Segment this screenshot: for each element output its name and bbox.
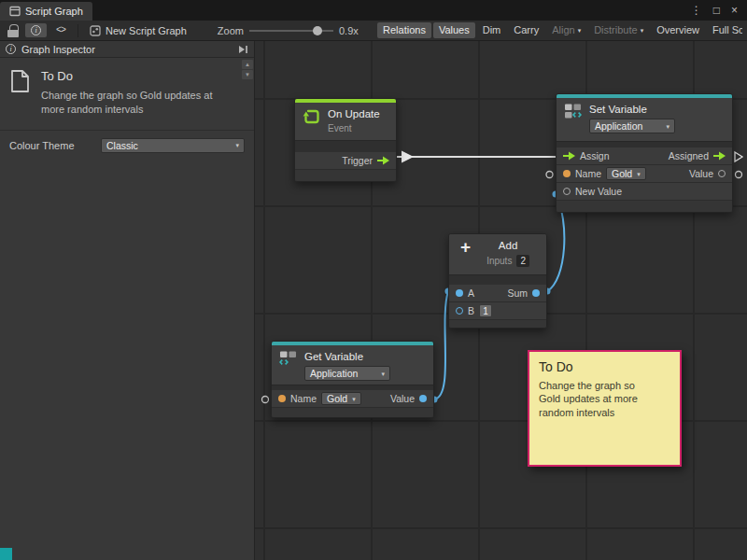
graph-canvas[interactable]: On Update Event Trigger <box>255 41 747 560</box>
scroll-up-icon[interactable]: ▲ <box>242 60 253 69</box>
colour-theme-dropdown[interactable]: Classic ▾ <box>101 138 245 153</box>
values-toggle[interactable]: Values <box>433 22 475 38</box>
b-port-dot[interactable] <box>456 307 463 315</box>
close-icon[interactable]: × <box>731 5 738 16</box>
assigned-port-label: Assigned <box>669 150 709 161</box>
variable-name-dropdown[interactable]: Gold ▾ <box>606 167 646 180</box>
tab-bar: Script Graph ⋮ □ × <box>0 0 747 21</box>
chevron-down-icon: ▾ <box>381 371 385 377</box>
node-footer <box>557 201 732 212</box>
dim-toggle[interactable]: Dim <box>477 22 507 38</box>
node-set-variable[interactable]: Set Variable Application ▾ Assign <box>556 93 733 213</box>
sum-port-dot[interactable] <box>532 289 540 297</box>
variable-scope-dropdown[interactable]: Application ▾ <box>304 366 390 381</box>
align-dropdown[interactable]: Align ▾ <box>546 22 586 38</box>
zoom-label: Zoom <box>218 25 244 36</box>
flow-arrow-icon <box>402 151 414 163</box>
node-footer <box>449 320 546 328</box>
zoom-slider[interactable] <box>249 30 333 32</box>
variable-name-dropdown[interactable]: Gold ▾ <box>321 392 361 405</box>
value-output-port[interactable] <box>736 172 742 178</box>
inspector-scrollbar: ▲ ▼ <box>242 60 253 79</box>
node-footer <box>295 170 396 181</box>
inspector-todo-body: Change the graph so Gold updates at more… <box>41 89 212 117</box>
maximize-icon[interactable]: □ <box>713 5 720 16</box>
tab-script-graph[interactable]: Script Graph <box>0 2 92 21</box>
sticky-note[interactable]: To Do Change the graph so Gold updates a… <box>528 350 682 467</box>
value-wire-getvalue-to-a[interactable] <box>434 291 448 399</box>
assigned-output-port[interactable] <box>735 152 742 161</box>
chevron-down-icon: ▾ <box>637 171 641 177</box>
info-icon: i <box>6 44 16 54</box>
port-row-assign: Assign Assigned <box>557 147 732 165</box>
value-port-dot[interactable] <box>419 395 427 402</box>
code-view-button[interactable]: <> <box>50 22 71 38</box>
inspector-header: i Graph Inspector <box>0 41 254 58</box>
graph-toolbar: i <> New Script Graph Zoom 0.9x Relation… <box>0 21 747 41</box>
align-label: Align <box>552 24 574 36</box>
chevron-down-icon: ▾ <box>352 396 356 402</box>
sum-port-label: Sum <box>507 287 528 299</box>
distribute-dropdown[interactable]: Distribute ▾ <box>588 22 649 38</box>
zoom-value: 0.9x <box>339 25 359 36</box>
corner-accent <box>0 548 12 560</box>
new-script-graph-label: New Script Graph <box>106 25 187 36</box>
relations-toggle[interactable]: Relations <box>377 22 431 38</box>
window-controls: ⋮ □ × <box>691 0 747 21</box>
string-port-dot[interactable] <box>278 395 286 402</box>
port-row-trigger: Trigger <box>295 152 396 170</box>
b-value-input[interactable]: 1 <box>479 304 492 317</box>
flow-in-icon[interactable] <box>563 151 575 161</box>
variable-name-value: Gold <box>327 393 347 404</box>
chevron-down-icon: ▾ <box>578 27 582 34</box>
node-subtitle: Event <box>328 123 380 134</box>
node-add[interactable]: + Add Inputs 2 A Sum <box>448 233 547 329</box>
port-row-name-value: Name Gold ▾ Value <box>272 390 433 408</box>
chevron-down-icon: ▾ <box>666 123 669 130</box>
node-title: Get Variable <box>304 350 390 363</box>
graph-asset-icon <box>90 25 101 36</box>
name-input-port[interactable] <box>546 172 553 178</box>
overview-button[interactable]: Overview <box>651 22 705 38</box>
distribute-label: Distribute <box>594 24 637 36</box>
inspector-todo-section: To Do Change the graph so Gold updates a… <box>0 58 254 131</box>
b-port-label: B <box>468 305 474 316</box>
flow-out-icon[interactable] <box>713 151 726 161</box>
flow-out-icon[interactable] <box>377 156 389 165</box>
note-icon <box>9 69 31 117</box>
a-port-dot[interactable] <box>456 289 463 297</box>
chevron-down-icon: ▾ <box>235 142 239 148</box>
scroll-down-icon[interactable]: ▼ <box>242 70 253 79</box>
inspector-title: Graph Inspector <box>21 44 95 55</box>
on-update-icon <box>303 107 321 126</box>
node-get-variable[interactable]: Get Variable Application ▾ Name Gold ▾ <box>271 341 434 418</box>
inspector-toggle-button[interactable]: i <box>25 23 47 37</box>
node-title: Set Variable <box>589 103 675 116</box>
lock-icon[interactable] <box>7 24 19 37</box>
zoom-group: Zoom 0.9x <box>218 25 359 36</box>
variable-name-value: Gold <box>612 168 632 179</box>
zoom-slider-handle[interactable] <box>313 26 322 35</box>
info-icon: i <box>31 25 41 35</box>
new-value-port-label: New Value <box>575 186 622 197</box>
fullscreen-button[interactable]: Full Screen <box>707 22 742 38</box>
new-script-graph-button[interactable]: New Script Graph <box>85 23 191 38</box>
new-value-port-dot[interactable] <box>563 188 571 195</box>
colour-theme-label: Colour Theme <box>9 140 93 151</box>
code-icon: <> <box>56 24 65 36</box>
variable-scope-dropdown[interactable]: Application ▾ <box>589 119 675 133</box>
node-subtitle: Inputs <box>486 256 512 267</box>
value-port-dot[interactable] <box>718 170 726 177</box>
node-on-update[interactable]: On Update Event Trigger <box>294 98 397 182</box>
menu-icon[interactable]: ⋮ <box>691 5 702 16</box>
string-port-dot[interactable] <box>563 170 571 177</box>
port-row-b: B 1 <box>449 302 546 320</box>
dock-icon[interactable] <box>238 45 248 54</box>
unity-window: Script Graph ⋮ □ × i <> New Script Graph… <box>0 0 747 560</box>
assign-port-label: Assign <box>580 150 610 161</box>
toolbar-separator <box>78 24 78 37</box>
name-port-label: Name <box>575 168 601 179</box>
carry-toggle[interactable]: Carry <box>508 22 544 38</box>
name-input-port[interactable] <box>262 397 269 403</box>
variable-scope-value: Application <box>310 368 358 379</box>
